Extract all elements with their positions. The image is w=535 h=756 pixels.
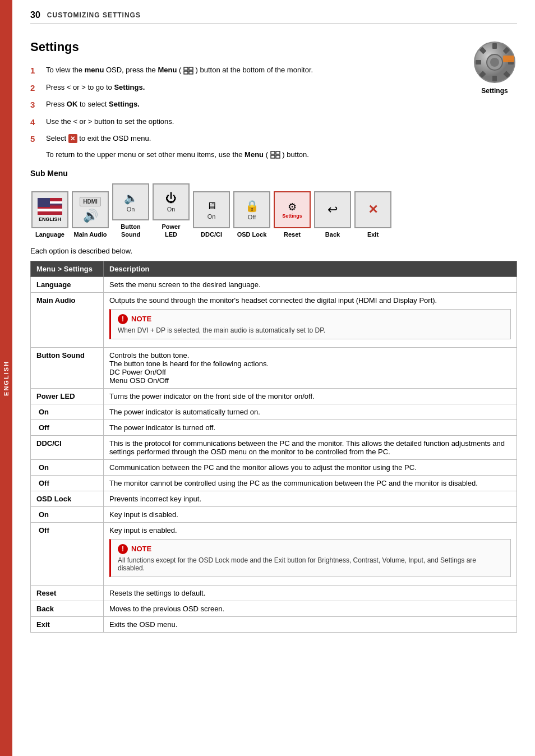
- hdmi-label: HDMI: [80, 197, 101, 206]
- osd-lock-note: ! NOTE All functions except for the OSD …: [109, 539, 511, 577]
- sub-menu-item-power-led: ⏻ On PowerLED: [151, 183, 191, 239]
- ddc-ci-off-col2: The monitor cannot be controlled using t…: [104, 475, 517, 491]
- power-led-col1: Power LED: [31, 388, 104, 404]
- table-row-power-led: Power LED Turns the power indicator on t…: [31, 388, 517, 404]
- sub-menu-item-language: ENGLISH Language: [30, 191, 70, 238]
- step-5: 5 Select ✕ to exit the OSD menu.: [30, 133, 313, 146]
- osd-lock-off-label: Off: [248, 214, 256, 220]
- exit-col1: Exit: [31, 616, 104, 632]
- svg-point-18: [490, 58, 499, 67]
- note-icon-2: !: [118, 544, 128, 554]
- table-row-ddc-ci: DDC/CI This is the protocol for communic…: [31, 435, 517, 459]
- osd-lock-off-col2: Key input is enabled. ! NOTE All functio…: [104, 522, 517, 585]
- ddc-ci-label: DDC/CI: [201, 231, 222, 238]
- table-row-osd-lock-off: Off Key input is enabled. ! NOTE All fun…: [31, 522, 517, 585]
- svg-rect-5: [276, 151, 280, 154]
- page-number: 30: [30, 10, 40, 20]
- ddc-ci-off-col1: Off: [31, 475, 104, 491]
- main-content: 30 CUSTOMIZING SETTINGS Settings 1 To vi…: [12, 0, 535, 655]
- step-3: 3 Press OK to select Settings.: [30, 99, 313, 112]
- power-led-on-label: On: [167, 206, 176, 213]
- svg-rect-19: [503, 56, 514, 62]
- svg-rect-6: [271, 155, 275, 158]
- reset-settings-label: Settings: [282, 213, 302, 219]
- main-audio-col2: Outputs the sound through the monitor's …: [104, 292, 517, 347]
- main-audio-note-text: When DVI + DP is selected, the main audi…: [118, 326, 504, 334]
- ddc-ci-col1: DDC/CI: [31, 435, 104, 459]
- power-led-icon-box: ⏻ On: [153, 183, 190, 220]
- step-5-sub: To return to the upper menu or set other…: [46, 150, 313, 159]
- speaker-icon: 🔊: [83, 209, 98, 223]
- ddc-ci-on-col2: Communication between the PC and the mon…: [104, 459, 517, 475]
- button-sound-icon: 🔈: [124, 191, 138, 205]
- sub-menu-icons: ENGLISH Language HDMI 🔊 Main Audio 🔈 On …: [30, 183, 517, 239]
- svg-rect-12: [476, 60, 481, 64]
- sub-menu-title: Sub Menu: [30, 169, 517, 178]
- power-led-col2: Turns the power indicator on the front s…: [104, 388, 517, 404]
- table-row-back: Back Moves to the previous OSD screen.: [31, 601, 517, 616]
- osd-lock-icon-box: 🔒 Off: [233, 191, 270, 228]
- osd-lock-note-header: ! NOTE: [118, 544, 504, 554]
- svg-rect-9: [492, 43, 497, 49]
- table-row-button-sound: Button Sound Controls the button tone. T…: [31, 347, 517, 388]
- reset-icon-box: ⚙ Settings: [274, 191, 311, 228]
- language-col2: Sets the menu screen to the desired lang…: [104, 276, 517, 292]
- power-led-on-col1: On: [31, 404, 104, 420]
- exit-col2: Exits the OSD menu.: [104, 616, 517, 632]
- table-row-power-led-off: Off The power indicator is turned off.: [31, 420, 517, 435]
- sidebar-label: ENGLISH: [3, 361, 10, 396]
- back-col2: Moves to the previous OSD screen.: [104, 601, 517, 616]
- flag-canton: [38, 198, 50, 207]
- page-title: Settings: [30, 40, 313, 54]
- settings-icon-area: Settings: [472, 40, 517, 95]
- button-sound-on-label: On: [127, 206, 135, 213]
- x-button-icon: ✕: [68, 134, 77, 143]
- sub-menu-item-osd-lock: 🔒 Off OSD Lock: [232, 191, 271, 238]
- ddc-ci-on-label: On: [207, 213, 216, 220]
- step-2: 2 Press < or > to go to Settings.: [30, 82, 313, 95]
- exit-icon-box: ✕: [354, 191, 391, 228]
- svg-rect-0: [184, 67, 188, 70]
- ddc-ci-on-col1: On: [31, 459, 104, 475]
- table-row-main-audio: Main Audio Outputs the sound through the…: [31, 292, 517, 347]
- exit-label: Exit: [367, 231, 379, 238]
- power-led-label: PowerLED: [162, 223, 180, 239]
- table-row-reset: Reset Resets the settings to default.: [31, 585, 517, 601]
- back-col1: Back: [31, 601, 104, 616]
- reset-col1: Reset: [31, 585, 104, 601]
- exit-icon: ✕: [368, 202, 378, 217]
- table-row-ddc-ci-on: On Communication between the PC and the …: [31, 459, 517, 475]
- osd-lock-on-col2: Key input is disabled.: [104, 506, 517, 522]
- button-sound-col1: Button Sound: [31, 347, 104, 388]
- ddc-ci-icon-box: 🖥 On: [193, 191, 230, 228]
- settings-gear-icon: [472, 40, 517, 85]
- language-icon-text: ENGLISH: [39, 216, 61, 222]
- table-row-ddc-ci-off: Off The monitor cannot be controlled usi…: [31, 475, 517, 491]
- flag-icon: [38, 198, 62, 215]
- table-row-osd-lock: OSD Lock Prevents incorrect key input.: [31, 491, 517, 506]
- main-audio-note-header: ! NOTE: [118, 314, 504, 324]
- power-led-off-col2: The power indicator is turned off.: [104, 420, 517, 435]
- svg-rect-3: [189, 71, 193, 74]
- reset-icon: ⚙: [288, 201, 297, 213]
- language-col1: Language: [31, 276, 104, 292]
- menu-icon: [183, 67, 193, 75]
- description-table: Menu > Settings Description Language Set…: [30, 261, 517, 633]
- main-audio-icon-box: HDMI 🔊: [72, 191, 109, 228]
- step-4: 4 Use the < or > button to set the optio…: [30, 116, 313, 129]
- page-section-title: CUSTOMIZING SETTINGS: [47, 11, 141, 19]
- sub-menu-item-reset: ⚙ Settings Reset: [273, 191, 312, 238]
- sub-menu-item-back: ↩ Back: [313, 191, 352, 238]
- table-row-power-led-on: On The power indicator is automatically …: [31, 404, 517, 420]
- sub-menu-item-ddc-ci: 🖥 On DDC/CI: [192, 191, 231, 238]
- svg-rect-1: [189, 67, 193, 70]
- reset-col2: Resets the settings to default.: [104, 585, 517, 601]
- col-header-menu: Menu > Settings: [31, 261, 104, 276]
- button-sound-icon-box: 🔈 On: [112, 183, 149, 220]
- power-led-icon: ⏻: [165, 192, 177, 205]
- step-1: 1 To view the menu OSD, press the Menu (…: [30, 64, 313, 77]
- reset-label: Reset: [284, 231, 301, 238]
- sub-menu-item-main-audio: HDMI 🔊 Main Audio: [71, 191, 110, 238]
- settings-icon-image: [472, 40, 517, 85]
- table-row-exit: Exit Exits the OSD menu.: [31, 616, 517, 632]
